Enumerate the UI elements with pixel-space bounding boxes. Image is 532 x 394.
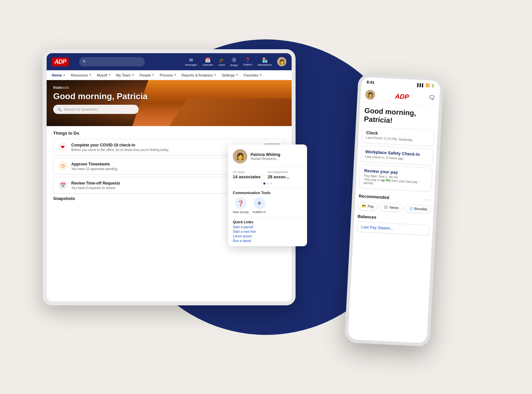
profile-stats: My Team 14 associates My Department 28 a… — [228, 167, 307, 183]
rec-chip-pay[interactable]: 💳 Pay — [358, 202, 378, 211]
benefits-chip-label: Benefits — [414, 207, 427, 211]
nav-process-arrow: ▼ — [174, 74, 176, 77]
recommended-title: Recommended — [359, 194, 389, 200]
tablet-nav: Home ▲ Resources ▼ Myself ▼ My Team ▼ Pe… — [47, 70, 292, 80]
calendar-nav-item[interactable]: 📅 Calendar — [202, 57, 213, 66]
nav-myself-arrow: ▼ — [108, 74, 111, 77]
nav-myself[interactable]: Myself ▼ — [97, 73, 111, 77]
nav-settings-arrow: ▼ — [236, 74, 238, 77]
nav-home-label: Home — [52, 73, 62, 77]
phone-safety-card[interactable]: Workplace Safety Check-In Last check-in:… — [361, 145, 433, 165]
task-timesheets-desc: You have 15 approvals pending. — [71, 167, 255, 171]
nav-resources[interactable]: Resources ▼ — [71, 73, 92, 77]
phone-clock-card[interactable]: Clock Last Punch: 5:15 PM, Yesterday — [362, 126, 434, 146]
nav-people-label: People — [140, 73, 151, 77]
calendar-label: Calendar — [202, 63, 213, 66]
task-timeoff-text: Review Time-off Requests You have 8 requ… — [71, 181, 255, 190]
phone-signals: ▌▌▌ 📶 🔋 — [417, 83, 435, 88]
nav-my-team-label: My Team — [116, 73, 131, 77]
phone-adp-logo: ADP — [395, 92, 409, 100]
support-nav-item[interactable]: ❓ Support — [243, 57, 252, 66]
new-survey-label: New Survey — [233, 210, 249, 214]
phone-device: 9:41 ▌▌▌ 📶 🔋 👩 ADP 🗨 Good morning,Patric… — [344, 74, 444, 347]
quick-link-lorem[interactable]: Lorem ipsum — [233, 234, 302, 238]
nav-people[interactable]: People ▼ — [140, 73, 154, 77]
bridge-nav-item[interactable]: Ⓑ Bridge — [230, 57, 238, 67]
calendar-icon: 📅 — [205, 57, 211, 63]
nav-resources-arrow: ▼ — [89, 74, 92, 77]
task-covid-icon: ❤ — [58, 142, 67, 152]
quick-link-newhire[interactable]: Start a new hire — [233, 230, 302, 233]
messages-label: Messages — [185, 63, 197, 66]
publish-ar-item[interactable]: ≡ Publish Ar — [253, 197, 266, 214]
learn-nav-item[interactable]: 🎓 Learn — [218, 57, 225, 66]
phone-greeting-text: Good morning,Patricia! — [364, 106, 434, 127]
hero-banner: from≡≡≡ Good morning, Patricia 🔍 Search … — [47, 80, 292, 126]
search-icon: 🔍 — [82, 60, 87, 64]
hero-greeting: Good morning, Patricia — [53, 91, 285, 101]
nav-home-arrow: ▲ — [63, 74, 66, 77]
news-chip-label: News — [389, 206, 399, 210]
comm-tools-title: Communication Tools — [233, 191, 302, 195]
nav-process[interactable]: Process ▼ — [160, 73, 176, 77]
nav-settings[interactable]: Settings ▼ — [222, 73, 238, 77]
marketplace-label: Marketplace — [257, 63, 272, 66]
rec-chip-benefits[interactable]: 🩺 Benefits — [405, 204, 431, 214]
phone-cards-list: Clock Last Punch: 5:15 PM, Yesterday Wor… — [356, 126, 438, 194]
tablet-header: ADP 🔍 ✉ Messages 📅 Calendar 🎓 Learn Ⓑ Br… — [47, 53, 292, 70]
profile-card: 👩 Patricia Whiting Human Resource... My … — [228, 144, 307, 246]
benefits-chip-icon: 🩺 — [408, 206, 413, 211]
nav-reports[interactable]: Reports & Analytics ▼ — [182, 73, 216, 77]
phone-pay-card[interactable]: Review your pay Pay date: Nov 1, 80 hrs … — [359, 164, 432, 191]
nav-myself-label: Myself — [97, 73, 107, 77]
nav-resources-label: Resources — [71, 73, 88, 77]
pay-change-text: Your pay is up 5% from your last pay per… — [364, 177, 418, 185]
task-timesheets-title: Approve Timesheets — [71, 162, 255, 166]
user-avatar[interactable]: 👩 — [277, 57, 286, 66]
profile-carousel-dots — [228, 183, 307, 187]
nav-my-team[interactable]: My Team ▼ — [116, 73, 134, 77]
rec-chip-news[interactable]: 📰 News — [380, 203, 403, 212]
phone-chat-icon[interactable]: 🗨 — [429, 95, 435, 102]
news-chip-icon: 📰 — [384, 205, 388, 209]
recommended-header: Recommended ··· — [359, 193, 431, 203]
pay-chip-icon: 💳 — [362, 204, 366, 208]
quick-link-payroll[interactable]: Start a payroll — [233, 225, 302, 229]
learn-label: Learn — [218, 63, 225, 66]
task-timesheets-icon: ⏱ — [58, 162, 67, 171]
quick-link-report[interactable]: Run a report — [233, 239, 302, 243]
nav-favorites-arrow: ▼ — [259, 74, 262, 77]
nav-favorites-label: Favorites — [244, 73, 258, 77]
nav-reports-label: Reports & Analytics — [182, 73, 213, 77]
quick-links-title: Quick Links — [233, 220, 302, 224]
marketplace-nav-item[interactable]: 🏪 Marketplace — [257, 57, 272, 66]
my-team-value: 14 associates — [233, 174, 268, 179]
messages-icon: ✉ — [189, 57, 193, 63]
pay-chip-label: Pay — [367, 204, 374, 208]
last-pay-statement-link[interactable]: Last Pay Statem... — [357, 221, 429, 235]
nav-home[interactable]: Home ▲ — [52, 73, 65, 77]
dot-3 — [270, 183, 272, 185]
profile-info: Patricia Whiting Human Resource... — [251, 152, 280, 161]
adp-logo: ADP — [52, 57, 69, 66]
nav-my-team-arrow: ▼ — [132, 74, 134, 77]
nav-people-arrow: ▼ — [152, 74, 154, 77]
quick-links-section: Quick Links Start a payroll Start a new … — [228, 217, 307, 246]
nav-favorites[interactable]: Favorites ▼ — [244, 73, 262, 77]
nav-process-label: Process — [160, 73, 173, 77]
marketplace-icon: 🏪 — [262, 57, 268, 63]
nav-settings-label: Settings — [222, 73, 235, 77]
hero-content: from≡≡≡ Good morning, Patricia 🔍 Search … — [47, 80, 292, 119]
task-timeoff-icon: 📅 — [58, 181, 67, 190]
phone-avatar: 👩 — [365, 90, 376, 100]
things-to-do-title: Things to Do — [53, 131, 285, 136]
new-survey-item[interactable]: ❓ New Survey — [233, 197, 249, 214]
messages-nav-item[interactable]: ✉ Messages — [185, 57, 197, 66]
profile-role: Human Resource... — [251, 157, 280, 161]
battery-icon: 🔋 — [431, 84, 435, 88]
more-options-icon[interactable]: ··· — [424, 197, 431, 203]
tablet-search-bar[interactable]: 🔍 — [79, 57, 145, 66]
hero-search-icon: 🔍 — [57, 107, 62, 112]
hero-search-bar[interactable]: 🔍 Search for timesheet... — [53, 105, 139, 114]
publish-ar-icon: ≡ — [254, 197, 265, 209]
